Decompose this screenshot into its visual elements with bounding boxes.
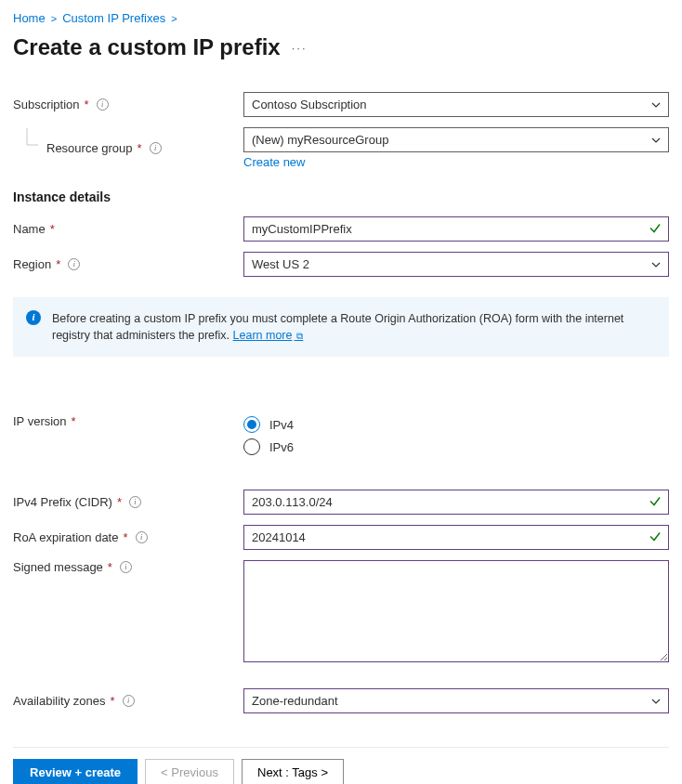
ip-version-radio-group: IPv4 IPv6 — [243, 414, 669, 455]
row-ip-version: IP version * IPv4 IPv6 — [13, 414, 669, 455]
radio-label-ipv6: IPv6 — [269, 440, 294, 454]
learn-more-link[interactable]: Learn more ⧉ — [233, 329, 304, 342]
required-indicator: * — [117, 495, 122, 509]
title-row: Create a custom IP prefix ··· — [13, 34, 669, 60]
footer: Review + create < Previous Next : Tags > — [13, 747, 669, 784]
required-indicator: * — [110, 694, 114, 708]
label-ipv4-prefix: IPv4 Prefix (CIDR) — [13, 495, 112, 509]
breadcrumb-home[interactable]: Home — [13, 11, 46, 25]
external-link-icon: ⧉ — [294, 331, 303, 341]
resource-group-select[interactable]: (New) myResourceGroup — [243, 127, 669, 152]
label-subscription: Subscription — [13, 98, 80, 111]
row-name: Name * — [13, 216, 669, 242]
chevron-right-icon: > — [171, 13, 177, 24]
required-indicator: * — [72, 414, 76, 428]
check-icon — [649, 221, 662, 237]
label-availability-zones: Availability zones — [13, 694, 105, 708]
row-resource-group: Resource group * i (New) myResourceGroup… — [13, 127, 669, 169]
info-icon[interactable]: i — [123, 695, 135, 707]
info-box: i Before creating a custom IP prefix you… — [13, 297, 669, 357]
info-icon[interactable]: i — [68, 258, 80, 270]
signed-message-textarea[interactable] — [243, 560, 669, 662]
label-name: Name — [13, 222, 46, 236]
radio-icon — [243, 438, 260, 455]
breadcrumb: Home > Custom IP Prefixes > — [13, 11, 669, 25]
region-select[interactable]: West US 2 — [243, 252, 669, 277]
previous-button: < Previous — [145, 759, 234, 784]
radio-ipv4[interactable]: IPv4 — [243, 416, 669, 433]
info-icon: i — [26, 310, 41, 325]
availability-zones-select[interactable]: Zone-redundant — [243, 688, 669, 713]
subscription-select[interactable]: Contoso Subscription — [243, 92, 669, 117]
more-actions-button[interactable]: ··· — [292, 41, 308, 55]
required-indicator: * — [108, 560, 112, 574]
label-ip-version: IP version — [13, 414, 67, 428]
required-indicator: * — [123, 530, 127, 544]
radio-icon — [243, 416, 260, 433]
next-button[interactable]: Next : Tags > — [242, 759, 344, 784]
create-new-link[interactable]: Create new — [243, 155, 305, 169]
name-input[interactable] — [243, 216, 669, 242]
check-icon — [649, 529, 662, 545]
check-icon — [649, 494, 662, 510]
radio-ipv6[interactable]: IPv6 — [243, 438, 669, 455]
row-ipv4-prefix: IPv4 Prefix (CIDR) * i — [13, 490, 669, 515]
review-create-button[interactable]: Review + create — [13, 759, 138, 784]
label-resource-group: Resource group — [46, 141, 133, 155]
label-roa-date: RoA expiration date — [13, 530, 118, 544]
row-roa-date: RoA expiration date * i — [13, 525, 669, 550]
row-subscription: Subscription * i Contoso Subscription — [13, 92, 669, 117]
info-icon[interactable]: i — [150, 142, 162, 154]
roa-date-input[interactable] — [243, 525, 669, 550]
tree-line-icon — [26, 128, 39, 155]
breadcrumb-prefixes[interactable]: Custom IP Prefixes — [62, 11, 165, 25]
row-availability-zones: Availability zones * i Zone-redundant — [13, 688, 669, 713]
required-indicator: * — [56, 257, 60, 271]
required-indicator: * — [138, 141, 142, 155]
page-title: Create a custom IP prefix — [13, 34, 281, 60]
row-signed-message: Signed message * i — [13, 560, 669, 665]
label-region: Region — [13, 257, 51, 271]
info-text: Before creating a custom IP prefix you m… — [52, 312, 623, 342]
info-icon[interactable]: i — [129, 496, 141, 508]
info-icon[interactable]: i — [97, 98, 109, 111]
required-indicator: * — [50, 222, 55, 236]
ipv4-prefix-input[interactable] — [243, 490, 669, 515]
info-icon[interactable]: i — [120, 561, 132, 573]
section-instance-details: Instance details — [13, 189, 669, 204]
label-signed-message: Signed message — [13, 560, 103, 574]
chevron-right-icon: > — [51, 13, 57, 24]
radio-label-ipv4: IPv4 — [269, 418, 294, 432]
required-indicator: * — [85, 98, 89, 111]
row-region: Region * i West US 2 — [13, 252, 669, 277]
info-icon[interactable]: i — [136, 531, 148, 543]
